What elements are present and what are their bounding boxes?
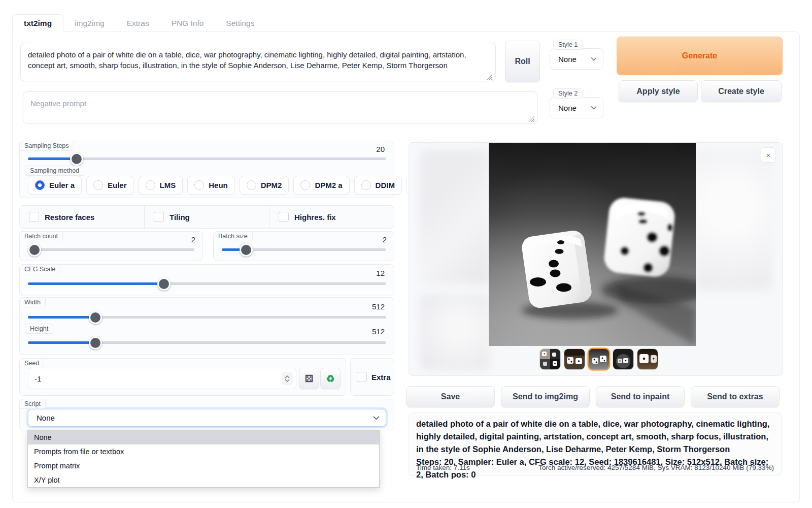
cfg-scale-panel: CFG Scale 12 (19, 264, 394, 296)
slider-fill (28, 316, 95, 319)
reuse-seed-button[interactable]: ♻ (320, 368, 341, 389)
output-meta-row: Time taken: 7.11s Torch active/reserved:… (416, 464, 774, 471)
gallery-thumbnail-3-selected[interactable] (589, 349, 609, 369)
send-to-img2img-button[interactable]: Send to img2img (501, 386, 590, 407)
batch-size-label: Batch size (213, 231, 253, 241)
style2-select[interactable]: None (550, 97, 603, 118)
radio-icon (194, 180, 204, 190)
script-label: Script (19, 399, 46, 409)
roll-button[interactable]: Roll (505, 41, 540, 82)
slider-fill (28, 341, 95, 344)
slider-handle[interactable] (240, 243, 253, 257)
options-row: Restore faces Tiling Highres. fix (19, 205, 394, 229)
recycle-icon: ♻ (326, 373, 334, 385)
negative-prompt-input[interactable] (23, 91, 537, 123)
width-slider[interactable] (28, 316, 386, 319)
seed-input[interactable] (28, 374, 282, 383)
generate-button[interactable]: Generate (617, 37, 783, 75)
tab-png-info[interactable]: PNG Info (160, 15, 215, 32)
cfg-scale-slider[interactable] (28, 282, 386, 285)
ghost-preview (696, 151, 772, 291)
chevron-down-icon (285, 379, 290, 382)
chevron-down-icon (591, 57, 597, 61)
sampler-euler-a[interactable]: Euler a (28, 176, 82, 195)
restore-faces-checkbox[interactable]: Restore faces (20, 206, 145, 228)
generated-image[interactable] (489, 143, 696, 346)
apply-style-button[interactable]: Apply style (619, 80, 698, 102)
sampling-steps-label: Sampling Steps (19, 141, 74, 151)
cfg-scale-value: 12 (376, 269, 385, 277)
batch-count-value: 2 (191, 235, 195, 244)
script-option-prompts-from-file[interactable]: Prompts from file or textbox (28, 444, 379, 459)
radio-selected-icon (35, 180, 45, 190)
slider-fill (28, 157, 77, 160)
chevron-down-icon (591, 106, 597, 110)
tiling-checkbox[interactable]: Tiling (145, 206, 269, 228)
style2-value: None (558, 104, 577, 112)
send-to-inpaint-button[interactable]: Send to inpaint (596, 386, 685, 407)
highres-fix-checkbox[interactable]: Highres. fix (269, 206, 394, 228)
chevron-down-icon (373, 416, 380, 420)
sampler-lms[interactable]: LMS (139, 176, 183, 195)
sampler-dpm2a[interactable]: DPM2 a (293, 176, 349, 195)
sampling-panel: Sampling Steps 20 Sampling method Euler … (19, 141, 394, 198)
save-button[interactable]: Save (406, 386, 495, 407)
sampler-dpm2[interactable]: DPM2 (240, 176, 289, 195)
sampler-ddim[interactable]: DDIM (354, 176, 402, 195)
batch-count-label: Batch count (19, 231, 63, 241)
height-slider[interactable] (28, 341, 386, 344)
checkbox-icon (279, 212, 289, 222)
batch-size-panel: Batch size 2 (213, 231, 394, 261)
gallery-thumbnail-5[interactable] (637, 349, 658, 369)
sampling-steps-value: 20 (376, 145, 385, 153)
slider-fill (28, 282, 164, 285)
create-style-button[interactable]: Create style (701, 80, 782, 102)
sampler-euler[interactable]: Euler (86, 176, 134, 195)
batch-size-slider[interactable] (222, 248, 386, 251)
sampling-method-group: Euler a Euler LMS Heun DPM2 DPM2 a DDIM … (28, 176, 456, 195)
slider-handle[interactable] (70, 152, 83, 166)
batch-size-value: 2 (383, 235, 387, 244)
gallery-thumbnail-4[interactable] (613, 349, 633, 369)
checkbox-icon (29, 212, 39, 222)
slider-handle[interactable] (89, 311, 102, 324)
style1-select[interactable]: None (550, 48, 603, 70)
radio-icon (93, 180, 103, 190)
radio-icon (300, 180, 310, 190)
dimensions-panel: Width 512 Height 512 (19, 297, 394, 355)
tab-img2img[interactable]: img2img (63, 15, 116, 32)
result-gallery: × (409, 142, 783, 376)
slider-handle[interactable] (89, 336, 102, 350)
close-image-button[interactable]: × (761, 147, 776, 163)
sampling-steps-slider[interactable] (28, 157, 386, 160)
ghost-preview (420, 294, 490, 370)
sampler-heun[interactable]: Heun (187, 176, 235, 195)
script-option-xy-plot[interactable]: X/Y plot (28, 473, 379, 487)
script-select[interactable]: None (28, 409, 386, 427)
random-seed-button[interactable]: ⚄ (299, 368, 319, 389)
script-option-none[interactable]: None (28, 430, 379, 444)
slider-handle[interactable] (157, 277, 171, 291)
gallery-thumbnail-2[interactable] (564, 349, 585, 369)
radio-icon (361, 180, 371, 190)
extra-checkbox[interactable]: Extra (357, 372, 391, 382)
slider-handle[interactable] (28, 243, 41, 257)
seed-panel: Seed ⚄ ♻ (19, 358, 346, 396)
script-option-prompt-matrix[interactable]: Prompt matrix (28, 459, 379, 473)
sampling-method-label: Sampling method (25, 166, 84, 176)
send-to-extras-button[interactable]: Send to extras (691, 386, 780, 407)
gallery-thumbnail-1[interactable] (540, 349, 560, 369)
tab-txt2img[interactable]: txt2img (12, 14, 63, 33)
tab-extras[interactable]: Extras (116, 15, 160, 32)
tab-bar: txt2img img2img Extras PNG Info Settings (12, 14, 800, 32)
tab-settings[interactable]: Settings (215, 15, 265, 32)
chevron-up-icon (285, 375, 290, 378)
height-label: Height (25, 324, 53, 334)
seed-stepper[interactable] (282, 372, 293, 385)
style1-value: None (558, 55, 577, 64)
batch-count-slider[interactable] (28, 248, 194, 251)
vram-stats-text: Torch active/reserved: 4257/5284 MiB, Sy… (538, 464, 774, 471)
radio-icon (247, 180, 256, 190)
width-value: 512 (372, 302, 385, 311)
prompt-input[interactable]: detailed photo of a pair of white die on… (20, 43, 496, 81)
